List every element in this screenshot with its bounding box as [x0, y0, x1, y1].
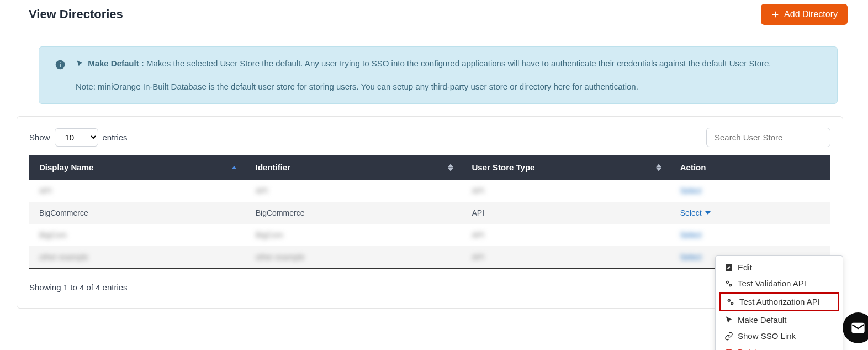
info-icon [55, 59, 66, 93]
dropdown-test-validation[interactable]: Test Validation API [719, 275, 839, 291]
select-action[interactable]: Select [680, 186, 702, 195]
cell-type: API [472, 253, 485, 262]
cell-identifier: other example [256, 253, 305, 262]
cell-identifier: API [256, 186, 268, 195]
svg-point-13 [732, 302, 733, 304]
gears-icon [726, 297, 735, 306]
edit-icon [724, 263, 733, 272]
show-label-after: entries [103, 133, 128, 142]
caret-down-icon [705, 211, 711, 215]
cell-display-name: other example [39, 253, 88, 262]
plus-icon [771, 10, 780, 19]
sort-icon [448, 164, 453, 171]
cell-identifier: BigCom [256, 231, 283, 239]
cell-display-name: BigCom [39, 231, 67, 239]
select-action[interactable]: Select [680, 208, 711, 217]
cell-identifier: BigCommerce [256, 208, 305, 217]
col-action: Action [670, 155, 830, 180]
table-row: other example other example API Select [29, 246, 830, 269]
sort-icon [656, 164, 661, 171]
add-directory-button[interactable]: Add Directory [761, 4, 848, 25]
col-user-store-type[interactable]: User Store Type [462, 155, 670, 180]
select-action[interactable]: Select [680, 253, 702, 262]
table-info: Showing 1 to 4 of 4 entries [29, 283, 128, 292]
info-lead-title: Make Default : [88, 59, 144, 68]
col-display-name[interactable]: Display Name [29, 155, 246, 180]
info-lead-text: Makes the selected User Store the defaul… [146, 59, 771, 68]
info-note: Note: miniOrange In-Built Database is th… [76, 80, 822, 93]
select-action[interactable]: Select [680, 231, 702, 239]
table-row: API API API Select [29, 180, 830, 202]
entries-select[interactable]: 10 [55, 128, 98, 147]
sort-icon [231, 166, 237, 169]
gears-icon [724, 279, 733, 288]
cell-display-name: BigCommerce [39, 208, 88, 217]
svg-point-9 [730, 284, 731, 285]
info-box: Make Default : Makes the selected User S… [39, 46, 838, 104]
dropdown-edit[interactable]: Edit [719, 259, 839, 275]
action-dropdown: Edit Test Validation API Test Authorizat… [715, 255, 843, 320]
table-row: BigCommerce BigCommerce API Select [29, 202, 830, 224]
cell-type: API [472, 186, 485, 195]
add-directory-label: Add Directory [784, 9, 838, 19]
user-store-table: Display Name Identifier User Store Type … [29, 155, 830, 269]
svg-rect-3 [60, 64, 61, 67]
cursor-icon [724, 316, 733, 320]
page-title: View Directories [29, 7, 123, 22]
show-entries: Show 10 entries [29, 128, 128, 147]
cell-type: API [472, 208, 485, 217]
col-identifier[interactable]: Identifier [246, 155, 462, 180]
search-input[interactable] [706, 128, 830, 147]
table-row: BigCom BigCom API Select [29, 224, 830, 246]
dropdown-make-default[interactable]: Make Default [719, 312, 839, 320]
info-lead: Make Default : Makes the selected User S… [76, 57, 822, 70]
svg-rect-4 [60, 62, 61, 63]
svg-point-8 [727, 281, 728, 283]
cursor-icon [76, 60, 83, 67]
dropdown-test-authorization[interactable]: Test Authorization API [719, 292, 839, 311]
show-label-before: Show [29, 133, 50, 142]
cell-display-name: API [39, 186, 52, 195]
svg-point-12 [728, 300, 729, 301]
cell-type: API [472, 231, 485, 239]
